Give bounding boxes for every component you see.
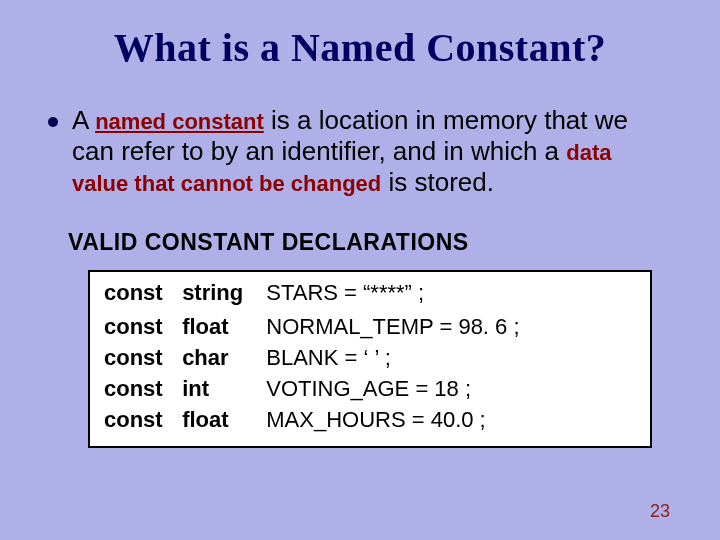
type: int bbox=[182, 374, 260, 405]
slide-title: What is a Named Constant? bbox=[40, 24, 680, 71]
bullet-text: A named constant is a location in memory… bbox=[72, 105, 672, 199]
declaration-rest: MAX_HOURS = 40.0 ; bbox=[266, 407, 485, 432]
type: string bbox=[182, 278, 260, 309]
declaration-rest: VOTING_AGE = 18 ; bbox=[266, 376, 471, 401]
type: float bbox=[182, 405, 260, 436]
keyword: const bbox=[104, 278, 176, 309]
type: char bbox=[182, 343, 260, 374]
page-number: 23 bbox=[650, 501, 670, 522]
section-subhead: VALID CONSTANT DECLARATIONS bbox=[68, 229, 680, 256]
type: float bbox=[182, 312, 260, 343]
declaration-rest: NORMAL_TEMP = 98. 6 ; bbox=[266, 314, 519, 339]
declaration-rest: BLANK = ‘ ’ ; bbox=[266, 345, 391, 370]
keyword: const bbox=[104, 343, 176, 374]
keyword: const bbox=[104, 374, 176, 405]
bullet-icon bbox=[48, 117, 58, 127]
bullet-emphasis-1: named constant bbox=[95, 109, 264, 134]
code-row: const float NORMAL_TEMP = 98. 6 ; bbox=[104, 312, 636, 343]
code-row: const float MAX_HOURS = 40.0 ; bbox=[104, 405, 636, 436]
declaration-rest: STARS = “****” ; bbox=[266, 280, 424, 305]
code-row: const string STARS = “****” ; bbox=[104, 278, 636, 309]
keyword: const bbox=[104, 405, 176, 436]
code-row: const char BLANK = ‘ ’ ; bbox=[104, 343, 636, 374]
bullet-text-post: is stored. bbox=[381, 167, 494, 197]
code-block: const string STARS = “****” ; const floa… bbox=[88, 270, 652, 448]
bullet-item: A named constant is a location in memory… bbox=[48, 105, 672, 199]
slide: What is a Named Constant? A named consta… bbox=[0, 0, 720, 540]
bullet-text-pre: A bbox=[72, 105, 95, 135]
code-row: const int VOTING_AGE = 18 ; bbox=[104, 374, 636, 405]
keyword: const bbox=[104, 312, 176, 343]
